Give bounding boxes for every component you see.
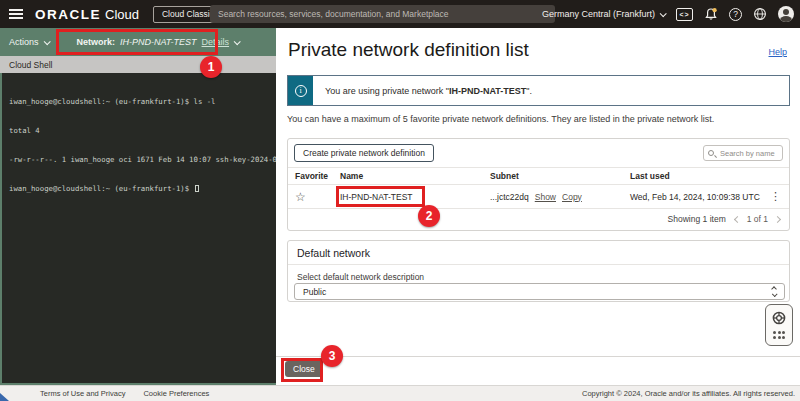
corner-artifact <box>0 393 9 401</box>
actions-label: Actions <box>9 37 39 47</box>
terminal-line: iwan_hooge@cloudshell:~ (eu-frankfurt-1)… <box>9 184 276 194</box>
language-globe-icon[interactable] <box>753 7 767 21</box>
column-favorite: Favorite <box>288 171 340 181</box>
showing-label: Showing 1 item <box>668 214 726 224</box>
oracle-cloud-logo[interactable]: ORACLE Cloud <box>35 7 139 22</box>
topbar: ORACLE Cloud Cloud Classic Germany Centr… <box>0 0 800 28</box>
support-widget[interactable] <box>765 304 793 346</box>
search-icon <box>708 150 714 156</box>
page-indicator: 1 of 1 <box>747 214 768 224</box>
cloud-classic-label: Cloud Classic <box>162 9 214 19</box>
row-subnet: ...jctc22dq <box>490 192 529 202</box>
annotation-badge-3: 3 <box>321 345 343 367</box>
logo-brand: ORACLE <box>35 7 101 22</box>
cloud-shell-tabbar: Cloud Shell <box>0 56 276 73</box>
topbar-right-group: Germany Central (Frankfurt) <> ? <box>542 0 794 28</box>
region-label: Germany Central (Frankfurt) <box>542 9 655 19</box>
chevron-down-icon <box>660 10 667 17</box>
select-updown-icon <box>772 287 776 297</box>
column-subnet: Subnet <box>490 171 630 181</box>
terminal-line: -rw-r--r--. 1 iwan_hooge oci 1671 Feb 14… <box>9 155 276 165</box>
lifering-support-icon[interactable] <box>772 311 786 325</box>
annotation-rect-name <box>336 186 425 207</box>
list-toolbar: Create private network definition <box>288 139 789 167</box>
selected-option: Public <box>303 287 326 297</box>
pagination: 1 of 1 <box>735 214 780 224</box>
create-network-button[interactable]: Create private network definition <box>294 144 434 162</box>
terminal[interactable]: iwan_hooge@cloudshell:~ (eu-frankfurt-1)… <box>2 73 276 383</box>
show-link[interactable]: Show <box>535 192 556 202</box>
row-actions-kebab-icon[interactable]: ⋮ <box>770 190 781 203</box>
terminal-line: total 4 <box>9 126 276 136</box>
table-header: Favorite Name Subnet Last used <box>288 167 789 185</box>
favorite-star-icon[interactable]: ☆ <box>295 190 306 204</box>
default-network-select[interactable]: Public <box>294 283 785 300</box>
page-footer: Terms of Use and Privacy Cookie Preferen… <box>0 385 800 401</box>
terminal-line: iwan_hooge@cloudshell:~ (eu-frankfurt-1)… <box>9 97 276 107</box>
banner-text: You are using private network "IH-PND-NA… <box>313 76 532 105</box>
favorites-note: You can have a maximum of 5 favorite pri… <box>287 114 714 124</box>
select-label: Select default network description <box>297 272 424 282</box>
cloud-shell-panel: Actions Network: IH-PND-NAT-TEST Details… <box>0 28 276 385</box>
row-last-used: Wed, Feb 14, 2024, 10:09:38 UTC <box>630 192 789 202</box>
default-network-title: Default network <box>288 241 789 265</box>
terms-link[interactable]: Terms of Use and Privacy <box>40 389 125 398</box>
name-search-box <box>703 145 783 161</box>
annotation-rect-close <box>281 358 323 382</box>
name-search-input[interactable] <box>720 149 780 158</box>
network-list-card: Create private network definition Favori… <box>287 138 790 231</box>
column-last-used: Last used <box>630 171 789 181</box>
profile-avatar[interactable] <box>778 6 794 22</box>
annotation-badge-2: 2 <box>418 205 440 227</box>
page-prev-icon[interactable] <box>734 215 741 222</box>
logo-suffix: Cloud <box>105 7 139 22</box>
announcements-bell-icon[interactable] <box>704 7 718 21</box>
cloud-shell-tab[interactable]: Cloud Shell <box>9 60 52 70</box>
help-link[interactable]: Help <box>768 47 787 57</box>
actions-dropdown[interactable]: Actions <box>9 37 49 47</box>
copy-link[interactable]: Copy <box>562 192 582 202</box>
cloud-shell-icon[interactable]: <> <box>676 8 693 21</box>
oracle-cloud-console: ORACLE Cloud Cloud Classic Germany Centr… <box>0 0 800 401</box>
annotation-badge-1: 1 <box>200 56 222 78</box>
hamburger-menu-icon[interactable] <box>9 9 23 19</box>
copyright-text: Copyright © 2024, Oracle and/or its affi… <box>582 389 795 398</box>
chevron-down-icon <box>43 38 50 45</box>
help-icon[interactable]: ? <box>729 8 742 21</box>
dialog-footer-divider <box>276 356 800 357</box>
chevron-down-icon <box>234 38 241 45</box>
info-banner: i You are using private network "IH-PND-… <box>287 75 790 106</box>
column-name: Name <box>340 171 490 181</box>
table-footer: Showing 1 item 1 of 1 <box>288 209 789 229</box>
global-search-input[interactable] <box>210 5 555 23</box>
region-selector[interactable]: Germany Central (Frankfurt) <box>542 9 665 19</box>
page-next-icon[interactable] <box>774 215 781 222</box>
default-network-card: Default network Select default network d… <box>287 240 790 302</box>
terminal-cursor <box>195 185 199 192</box>
page-title: Private network definition list <box>288 39 529 61</box>
annotation-rect-network <box>56 29 218 55</box>
apps-grid-icon[interactable] <box>773 331 785 339</box>
cookie-preferences-link[interactable]: Cookie Preferences <box>143 389 209 398</box>
info-icon: i <box>288 76 313 105</box>
